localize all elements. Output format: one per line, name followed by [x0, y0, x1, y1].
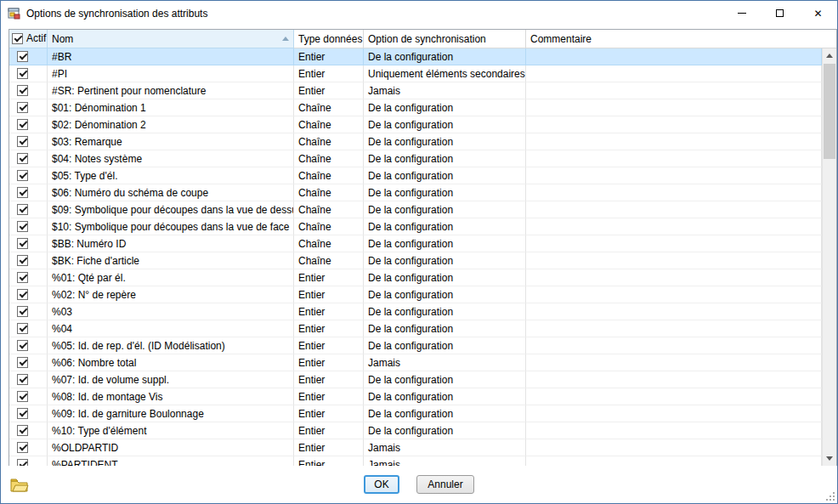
- row-option[interactable]: De la configuration: [364, 422, 526, 439]
- row-comment[interactable]: [526, 184, 822, 201]
- table-row[interactable]: $02: Dénomination 2 Chaîne De la configu…: [9, 116, 822, 133]
- table-row[interactable]: #PI Entier Uniquement éléments secondair…: [9, 65, 822, 82]
- row-comment[interactable]: [526, 252, 822, 269]
- table-row[interactable]: %01: Qté par él. Entier De la configurat…: [9, 269, 822, 286]
- table-row[interactable]: $BK: Fiche d'article Chaîne De la config…: [9, 252, 822, 269]
- table-row[interactable]: $04: Notes système Chaîne De la configur…: [9, 150, 822, 167]
- column-header-commentaire[interactable]: Commentaire: [526, 30, 822, 48]
- row-checkbox[interactable]: [17, 102, 28, 113]
- row-checkbox[interactable]: [17, 340, 28, 351]
- row-comment[interactable]: [526, 133, 822, 150]
- row-checkbox[interactable]: [17, 272, 28, 283]
- close-button[interactable]: ✕: [799, 1, 837, 25]
- table-row[interactable]: $06: Numéro du schéma de coupe Chaîne De…: [9, 184, 822, 201]
- row-option[interactable]: De la configuration: [364, 150, 526, 167]
- scrollbar-thumb[interactable]: [824, 64, 835, 159]
- row-comment[interactable]: [526, 388, 822, 405]
- row-option[interactable]: De la configuration: [364, 286, 526, 303]
- table-row[interactable]: %10: Type d'élément Entier De la configu…: [9, 422, 822, 439]
- row-comment[interactable]: [526, 303, 822, 320]
- row-option[interactable]: De la configuration: [364, 252, 526, 269]
- row-option[interactable]: De la configuration: [364, 48, 526, 65]
- table-row[interactable]: %08: Id. de montage Vis Entier De la con…: [9, 388, 822, 405]
- row-comment[interactable]: [526, 201, 822, 218]
- row-checkbox[interactable]: [17, 391, 28, 402]
- table-row[interactable]: %OLDPARTID Entier Jamais: [9, 439, 822, 456]
- row-comment[interactable]: [526, 439, 822, 456]
- table-row[interactable]: %09: Id. de garniture Boulonnage Entier …: [9, 405, 822, 422]
- table-row[interactable]: $BB: Numéro ID Chaîne De la configuratio…: [9, 235, 822, 252]
- row-option[interactable]: Jamais: [364, 456, 526, 466]
- row-option[interactable]: De la configuration: [364, 337, 526, 354]
- column-header-actif[interactable]: Actif: [9, 30, 48, 48]
- row-checkbox[interactable]: [17, 68, 28, 79]
- row-comment[interactable]: [526, 422, 822, 439]
- table-row[interactable]: %07: Id. de volume suppl. Entier De la c…: [9, 371, 822, 388]
- row-checkbox[interactable]: [17, 255, 28, 266]
- row-option[interactable]: De la configuration: [364, 405, 526, 422]
- scrollbar-up-button[interactable]: [823, 48, 836, 63]
- table-row[interactable]: $05: Type d'él. Chaîne De la configurati…: [9, 167, 822, 184]
- ok-button[interactable]: OK: [364, 475, 399, 494]
- minimize-button[interactable]: [722, 1, 761, 25]
- select-all-checkbox[interactable]: [12, 33, 23, 44]
- table-row[interactable]: %06: Nombre total Entier Jamais: [9, 354, 822, 371]
- row-checkbox[interactable]: [17, 187, 28, 198]
- load-settings-button[interactable]: [9, 476, 30, 495]
- row-checkbox[interactable]: [17, 136, 28, 147]
- column-header-option[interactable]: Option de synchronisation: [364, 30, 526, 48]
- row-checkbox[interactable]: [17, 170, 28, 181]
- row-option[interactable]: De la configuration: [364, 320, 526, 337]
- row-option[interactable]: Jamais: [364, 82, 526, 99]
- row-comment[interactable]: [526, 167, 822, 184]
- row-checkbox[interactable]: [17, 51, 28, 62]
- row-comment[interactable]: [526, 235, 822, 252]
- row-comment[interactable]: [526, 337, 822, 354]
- row-comment[interactable]: [526, 82, 822, 99]
- row-comment[interactable]: [526, 354, 822, 371]
- row-option[interactable]: De la configuration: [364, 167, 526, 184]
- row-checkbox[interactable]: [17, 153, 28, 164]
- row-comment[interactable]: [526, 48, 822, 65]
- table-row[interactable]: $10: Symbolique pour découpes dans la vu…: [9, 218, 822, 235]
- table-row[interactable]: #SR: Pertinent pour nomenclature Entier …: [9, 82, 822, 99]
- row-comment[interactable]: [526, 218, 822, 235]
- maximize-button[interactable]: [761, 1, 799, 25]
- table-row[interactable]: %PARTIDENT Entier Jamais: [9, 456, 822, 466]
- table-row[interactable]: $09: Symbolique pour découpes dans la vu…: [9, 201, 822, 218]
- row-checkbox[interactable]: [17, 289, 28, 300]
- column-header-nom[interactable]: Nom: [48, 30, 294, 48]
- row-comment[interactable]: [526, 286, 822, 303]
- row-option[interactable]: De la configuration: [364, 303, 526, 320]
- row-option[interactable]: Uniquement éléments secondaires: [364, 65, 526, 82]
- row-option[interactable]: Jamais: [364, 439, 526, 456]
- row-checkbox[interactable]: [17, 374, 28, 385]
- column-header-type[interactable]: Type données: [294, 30, 364, 48]
- row-checkbox[interactable]: [17, 459, 28, 466]
- vertical-scrollbar[interactable]: [822, 48, 836, 466]
- row-option[interactable]: De la configuration: [364, 133, 526, 150]
- table-row[interactable]: %04 Entier De la configuration: [9, 320, 822, 337]
- row-option[interactable]: De la configuration: [364, 388, 526, 405]
- row-option[interactable]: De la configuration: [364, 184, 526, 201]
- resize-grip[interactable]: [824, 490, 835, 501]
- row-comment[interactable]: [526, 269, 822, 286]
- row-checkbox[interactable]: [17, 442, 28, 453]
- cancel-button[interactable]: Annuler: [416, 475, 474, 494]
- row-comment[interactable]: [526, 371, 822, 388]
- row-checkbox[interactable]: [17, 204, 28, 215]
- row-checkbox[interactable]: [17, 119, 28, 130]
- row-option[interactable]: Jamais: [364, 354, 526, 371]
- table-row[interactable]: #BR Entier De la configuration: [9, 48, 822, 65]
- row-checkbox[interactable]: [17, 306, 28, 317]
- row-checkbox[interactable]: [17, 238, 28, 249]
- row-option[interactable]: De la configuration: [364, 99, 526, 116]
- row-option[interactable]: De la configuration: [364, 201, 526, 218]
- row-checkbox[interactable]: [17, 85, 28, 96]
- row-comment[interactable]: [526, 116, 822, 133]
- row-checkbox[interactable]: [17, 323, 28, 334]
- row-option[interactable]: De la configuration: [364, 269, 526, 286]
- row-checkbox[interactable]: [17, 425, 28, 436]
- row-comment[interactable]: [526, 99, 822, 116]
- row-checkbox[interactable]: [17, 408, 28, 419]
